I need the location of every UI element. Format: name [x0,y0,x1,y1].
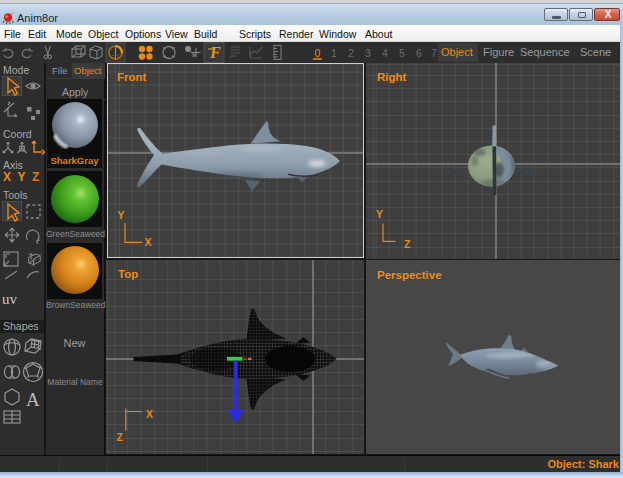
svg-text:A: A [26,389,40,410]
svg-text:F: F [209,44,221,61]
